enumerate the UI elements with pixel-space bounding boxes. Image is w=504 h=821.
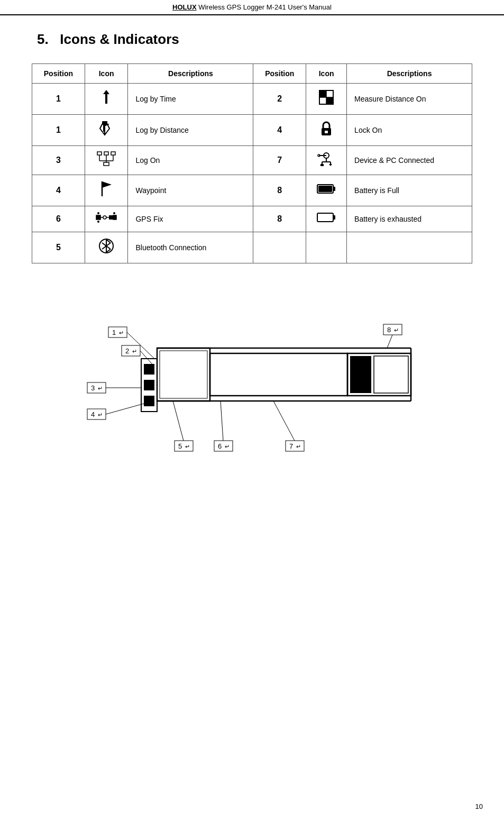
- icon-lock-on: [306, 115, 347, 146]
- svg-rect-70: [108, 327, 127, 337]
- icons-table: Position Icon Descriptions Position Icon…: [32, 63, 472, 263]
- svg-rect-61: [210, 353, 347, 396]
- table-row: 3 Log On 7: [32, 146, 472, 175]
- icon-waypoint: [85, 175, 128, 206]
- desc-log-on: Log On: [128, 146, 253, 175]
- svg-rect-10: [103, 122, 104, 132]
- svg-text:8: 8: [387, 326, 391, 334]
- svg-line-99: [387, 335, 392, 348]
- desc-bluetooth: Bluetooth Connection: [128, 232, 253, 263]
- svg-line-91: [221, 401, 223, 441]
- log-on-svg: [97, 151, 116, 166]
- battery-full-svg: [317, 183, 336, 195]
- svg-rect-78: [87, 382, 106, 393]
- position-5-left: 5: [32, 232, 85, 263]
- svg-text:↵: ↵: [394, 327, 399, 333]
- icon-device-pc: [306, 146, 347, 175]
- desc-measure-distance: Measure Distance On: [347, 84, 472, 115]
- svg-rect-15: [104, 152, 108, 155]
- position-8b-right: 8: [253, 206, 306, 232]
- svg-point-45: [97, 221, 99, 223]
- svg-line-83: [106, 404, 144, 414]
- svg-rect-82: [87, 409, 106, 419]
- svg-rect-56: [144, 364, 154, 375]
- svg-rect-34: [333, 187, 335, 191]
- svg-rect-58: [144, 396, 154, 406]
- desc-battery-exhausted: Battery is exhausted: [347, 206, 472, 232]
- svg-marker-0: [103, 90, 109, 104]
- svg-text:↵: ↵: [185, 443, 190, 450]
- position-6-left: 6: [32, 206, 85, 232]
- svg-text:↵: ↵: [119, 330, 124, 336]
- svg-text:↵: ↵: [98, 412, 103, 418]
- desc-gps-fix: GPS Fix: [128, 206, 253, 232]
- desc-device-pc: Device & PC Connected: [347, 146, 472, 175]
- svg-rect-74: [122, 345, 140, 356]
- table-row: 6: [32, 206, 472, 232]
- device-diagram: 1 ↵ 2 ↵ 3 ↵ 4 ↵ 5: [62, 285, 443, 486]
- svg-text:5: 5: [178, 442, 182, 450]
- table-row: 1 Log by Time 2: [32, 84, 472, 115]
- svg-text:3: 3: [91, 384, 95, 392]
- svg-rect-60: [160, 351, 207, 398]
- table-header-row: Position Icon Descriptions Position Icon…: [32, 64, 472, 84]
- desc-log-distance: Log by Distance: [128, 115, 253, 146]
- position-1-left: 1: [32, 115, 85, 146]
- svg-rect-16: [111, 152, 115, 155]
- svg-text:1: 1: [112, 329, 116, 336]
- col-header-position1: Position: [32, 64, 85, 84]
- col-header-icon2: Icon: [306, 64, 347, 84]
- svg-rect-13: [325, 131, 328, 133]
- header-subtitle: Wireless GPS Logger M-241 User's Manual: [197, 3, 332, 11]
- svg-text:↵: ↵: [132, 348, 137, 354]
- table-row: 1 Log by Distance 4: [32, 115, 472, 146]
- svg-rect-27: [320, 164, 324, 166]
- diagram-section: 1 ↵ 2 ↵ 3 ↵ 4 ↵ 5: [32, 285, 472, 486]
- svg-rect-94: [286, 441, 304, 451]
- lock-on-svg: [318, 120, 335, 137]
- gps-fix-svg: [96, 212, 117, 223]
- svg-marker-28: [329, 164, 332, 166]
- icon-bluetooth: [85, 232, 128, 263]
- log-distance-svg: [98, 120, 115, 137]
- desc-log-time: Log by Time: [128, 84, 253, 115]
- position-2-right: 2: [253, 84, 306, 115]
- position-3-left: 3: [32, 146, 85, 175]
- svg-rect-43: [113, 215, 116, 220]
- page-header: HOLUX Wireless GPS Logger M-241 User's M…: [0, 0, 504, 15]
- section-title: 5. Icons & Indicators: [37, 31, 472, 48]
- svg-rect-37: [96, 215, 100, 220]
- position-empty: [253, 232, 306, 263]
- svg-rect-41: [109, 215, 113, 220]
- position-8a-right: 8: [253, 175, 306, 206]
- col-header-icon1: Icon: [85, 64, 128, 84]
- position-4-left: 4: [32, 175, 85, 206]
- svg-rect-47: [317, 213, 333, 222]
- page-content: 5. Icons & Indicators Position Icon Desc…: [0, 15, 504, 501]
- icon-battery-exhausted: [306, 206, 347, 232]
- svg-rect-35: [318, 186, 332, 192]
- icon-gps-fix: [85, 206, 128, 232]
- col-header-position2: Position: [253, 64, 306, 84]
- svg-rect-63: [350, 356, 371, 393]
- table-row: 5 Bluetooth Connection: [32, 232, 472, 263]
- icon-empty: [306, 232, 347, 263]
- svg-text:4: 4: [91, 410, 95, 418]
- icon-battery-full: [306, 175, 347, 206]
- header-title: HOLUX Wireless GPS Logger M-241 User's M…: [172, 3, 332, 11]
- desc-waypoint: Waypoint: [128, 175, 253, 206]
- svg-text:7: 7: [289, 442, 293, 450]
- position-4-right: 4: [253, 115, 306, 146]
- svg-text:↵: ↵: [225, 443, 230, 450]
- svg-marker-32: [102, 181, 112, 188]
- brand-name: HOLUX: [172, 3, 197, 11]
- svg-rect-48: [333, 215, 335, 220]
- svg-text:↵: ↵: [296, 443, 301, 450]
- svg-rect-3: [326, 97, 333, 104]
- icon-log-distance: [85, 115, 128, 146]
- svg-line-95: [273, 401, 295, 441]
- waypoint-svg: [99, 180, 114, 197]
- icon-log-on: [85, 146, 128, 175]
- bluetooth-svg: [99, 238, 114, 254]
- svg-rect-2: [319, 90, 326, 97]
